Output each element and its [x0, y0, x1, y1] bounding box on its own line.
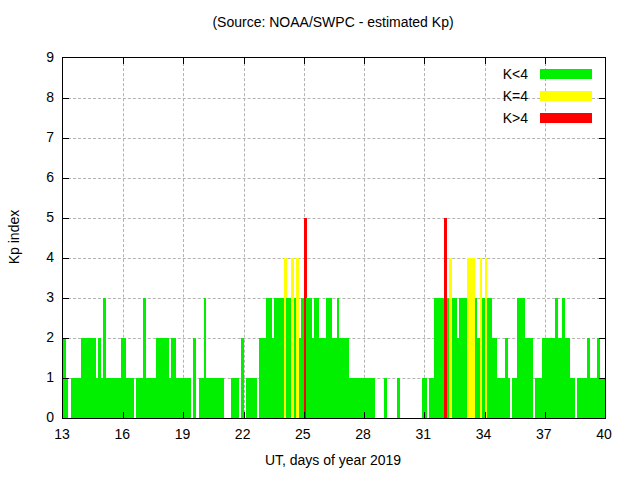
- y-tick-mark: [599, 138, 605, 139]
- y-tick-label: 4: [0, 249, 54, 265]
- kp-bar-low: [221, 378, 224, 418]
- legend-row: K<4: [503, 63, 592, 85]
- kp-bar-low: [572, 378, 575, 418]
- x-tick-label: 25: [281, 426, 325, 442]
- y-tick-mark: [599, 258, 605, 259]
- legend-row: K>4: [503, 107, 592, 129]
- x-tick-mark: [183, 412, 184, 418]
- kp-index-chart: (Source: NOAA/SWPC - estimated Kp) Kp in…: [0, 0, 640, 480]
- y-tick-mark: [63, 258, 69, 259]
- x-gridline: [424, 58, 425, 418]
- y-gridline: [63, 178, 605, 179]
- y-tick-mark: [63, 178, 69, 179]
- y-tick-label: 5: [0, 209, 54, 225]
- kp-bar-low: [254, 378, 257, 418]
- y-tick-mark: [63, 338, 69, 339]
- legend-label: K>4: [503, 110, 528, 126]
- kp-bar-low: [384, 378, 387, 418]
- x-tick-label: 31: [401, 426, 445, 442]
- y-tick-label: 3: [0, 289, 54, 305]
- y-tick-mark: [63, 298, 69, 299]
- y-tick-mark: [599, 98, 605, 99]
- legend-swatch: [540, 113, 592, 123]
- kp-bar-low: [372, 378, 375, 418]
- kp-bar-low: [397, 378, 400, 418]
- y-tick-label: 6: [0, 169, 54, 185]
- y-tick-mark: [599, 298, 605, 299]
- x-gridline: [364, 58, 365, 418]
- legend-row: K=4: [503, 85, 592, 107]
- kp-bar-low: [530, 338, 533, 418]
- x-gridline: [183, 58, 184, 418]
- legend-label: K=4: [503, 88, 528, 104]
- y-gridline: [63, 258, 605, 259]
- x-axis-label: UT, days of year 2019: [62, 452, 604, 468]
- y-tick-label: 9: [0, 49, 54, 65]
- x-tick-mark: [485, 412, 486, 418]
- x-tick-mark: [304, 58, 305, 64]
- x-tick-label: 16: [100, 426, 144, 442]
- legend-swatch: [540, 91, 592, 101]
- kp-bar-low: [236, 378, 239, 418]
- x-tick-label: 37: [522, 426, 566, 442]
- kp-bar-low: [131, 378, 134, 418]
- kp-bar-low: [507, 378, 510, 418]
- legend-swatch: [540, 69, 592, 79]
- y-tick-mark: [63, 218, 69, 219]
- x-tick-mark: [424, 412, 425, 418]
- y-tick-label: 7: [0, 129, 54, 145]
- x-tick-mark: [183, 58, 184, 64]
- x-tick-label: 19: [160, 426, 204, 442]
- x-tick-mark: [545, 412, 546, 418]
- y-tick-mark: [63, 378, 69, 379]
- y-tick-mark: [599, 378, 605, 379]
- x-tick-mark: [244, 58, 245, 64]
- x-tick-label: 22: [221, 426, 265, 442]
- plot-area: K<4K=4K>4: [62, 57, 606, 419]
- x-tick-mark: [123, 412, 124, 418]
- y-gridline: [63, 138, 605, 139]
- x-tick-label: 13: [40, 426, 84, 442]
- legend-label: K<4: [503, 66, 528, 82]
- legend: K<4K=4K>4: [503, 63, 592, 129]
- kp-bar-low: [193, 338, 196, 418]
- y-tick-label: 8: [0, 89, 54, 105]
- x-tick-mark: [123, 58, 124, 64]
- y-tick-label: 2: [0, 329, 54, 345]
- kp-bar-low: [188, 378, 191, 418]
- y-tick-mark: [599, 178, 605, 179]
- x-tick-mark: [364, 412, 365, 418]
- y-tick-label: 0: [0, 409, 54, 425]
- x-tick-label: 28: [341, 426, 385, 442]
- y-gridline: [63, 218, 605, 219]
- kp-bar-low: [241, 338, 244, 418]
- kp-bar-low: [602, 378, 605, 418]
- x-tick-label: 40: [582, 426, 626, 442]
- y-tick-label: 1: [0, 369, 54, 385]
- chart-title: (Source: NOAA/SWPC - estimated Kp): [62, 14, 604, 30]
- y-tick-mark: [63, 138, 69, 139]
- x-tick-mark: [364, 58, 365, 64]
- x-tick-mark: [244, 412, 245, 418]
- x-tick-mark: [304, 412, 305, 418]
- y-tick-mark: [599, 218, 605, 219]
- y-tick-mark: [63, 98, 69, 99]
- y-axis-label: Kp index: [6, 137, 22, 337]
- x-tick-label: 34: [462, 426, 506, 442]
- x-tick-mark: [424, 58, 425, 64]
- kp-bar-low: [66, 378, 69, 418]
- y-tick-mark: [599, 338, 605, 339]
- x-tick-mark: [485, 58, 486, 64]
